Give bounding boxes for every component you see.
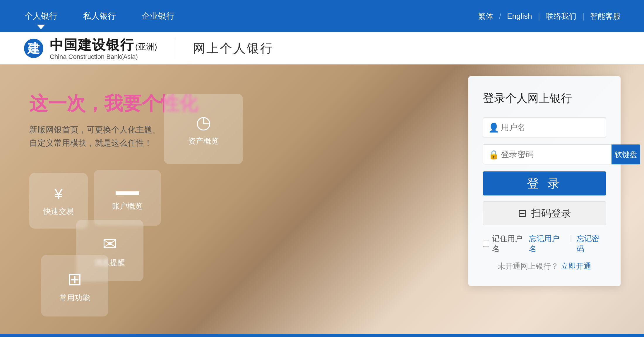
login-links: 忘记用户名 | 忘记密码 [529, 234, 606, 254]
lang-traditional[interactable]: 繁体 [478, 11, 493, 21]
register-area: 未开通网上银行？ 立即开通 [483, 261, 606, 271]
remember-me-text: 记住用户名 [492, 234, 529, 254]
qr-login-button[interactable]: ⊟ 扫码登录 [483, 201, 606, 225]
password-wrapper: 🔒 软键盘 [483, 144, 606, 164]
account-label: 账户概览 [112, 201, 143, 211]
feature-asset-overview[interactable]: ◷ 资产概览 [164, 94, 243, 164]
nav-smart-service[interactable]: 智能客服 [590, 11, 621, 21]
bank-name-cn: 中国建设银行 [50, 36, 134, 54]
register-prompt: 未开通网上银行？ [498, 262, 559, 270]
nav-personal-banking[interactable]: 个人银行 [23, 8, 59, 24]
common-icon: ⊞ [67, 269, 82, 289]
username-input[interactable] [483, 118, 606, 137]
account-icon: ▬▬ [116, 184, 139, 198]
login-button[interactable]: 登 录 [483, 171, 606, 195]
asset-icon: ◷ [196, 112, 211, 132]
remember-me-label[interactable]: 记住用户名 [483, 234, 529, 254]
password-input[interactable] [483, 144, 612, 164]
nav-contact[interactable]: 联络我们 [546, 11, 576, 21]
slash-divider: / [499, 12, 501, 21]
nav-private-banking[interactable]: 私人银行 [82, 8, 117, 24]
logo-area: 建 中国建设银行 (亚洲) China Construction Bank(As… [23, 36, 274, 61]
feature-account-overview[interactable]: ▬▬ 账户概览 [94, 170, 161, 226]
lock-icon: 🔒 [488, 149, 499, 160]
login-panel: 登录个人网上银行 👤 🔒 软键盘 登 录 ⊟ 扫码登录 记住用户名 [468, 76, 621, 286]
feature-common-functions[interactable]: ⊞ 常用功能 [41, 255, 108, 316]
nav-right: 繁体 / English | 联络我们 | 智能客服 [478, 11, 621, 21]
register-link[interactable]: 立即开通 [561, 262, 591, 270]
logo-bar: 建 中国建设银行 (亚洲) China Construction Bank(As… [0, 32, 644, 64]
bank-name-asia: (亚洲) [135, 41, 157, 52]
nav-corporate-banking[interactable]: 企业银行 [141, 8, 176, 24]
username-wrapper: 👤 [483, 118, 606, 137]
logo-subtitle: 网上个人银行 [193, 40, 274, 57]
common-label: 常用功能 [59, 293, 90, 303]
quick-icon: ¥ [54, 185, 63, 203]
user-icon: 👤 [488, 122, 499, 133]
lang-english[interactable]: English [507, 12, 532, 21]
svg-text:建: 建 [27, 42, 40, 55]
forgot-username-link[interactable]: 忘记用户名 [529, 234, 566, 254]
forgot-password-link[interactable]: 忘记密码 [577, 234, 606, 254]
qr-code-icon: ⊟ [518, 207, 527, 219]
remember-checkbox[interactable] [483, 241, 489, 247]
message-icon: ✉ [102, 234, 117, 254]
login-title: 登录个人网上银行 [483, 91, 606, 106]
hero-bottom-bar [0, 334, 644, 337]
links-divider: | [570, 234, 572, 254]
logo-text-area: 中国建设银行 (亚洲) China Construction Bank(Asia… [50, 36, 157, 61]
asset-label: 资产概览 [188, 136, 219, 146]
bank-logo-icon: 建 [23, 38, 44, 59]
quick-label: 快速交易 [43, 206, 74, 217]
login-options: 记住用户名 忘记用户名 | 忘记密码 [483, 234, 606, 254]
feature-icons: 这一次，我要个性化 新版网银首页，可更换个人化主题、自定义常用模块，就是这么任性… [23, 82, 287, 316]
qr-login-label: 扫码登录 [531, 207, 571, 220]
bank-name-en: China Construction Bank(Asia) [50, 53, 157, 61]
logo-divider [175, 38, 175, 59]
main-content: 这一次，我要个性化 新版网银首页，可更换个人化主题、自定义常用模块，就是这么任性… [0, 64, 644, 337]
nav-divider-1: | [538, 11, 540, 21]
soft-keyboard-button[interactable]: 软键盘 [612, 144, 640, 164]
nav-divider-2: | [582, 11, 584, 21]
nav-left: 个人银行 私人银行 企业银行 [23, 8, 176, 24]
top-navigation: 个人银行 私人银行 企业银行 繁体 / English | 联络我们 | 智能客… [0, 0, 644, 32]
